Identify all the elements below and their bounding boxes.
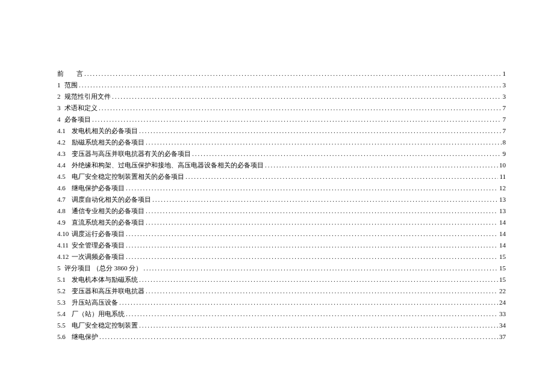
toc-entry-number: 5.6 (57, 333, 72, 340)
toc-entry-page: 24 (498, 299, 506, 306)
toc-entry-page: 1 (502, 70, 506, 77)
toc-leader-dots (152, 196, 498, 203)
toc-entry: 5.4厂（站）用电系统33 (57, 310, 506, 319)
toc-entry-number: 5.3 (57, 299, 72, 306)
toc-entry-label: 直流系统相关的必备项目 (72, 218, 146, 227)
toc-entry-number: 4.11 (57, 241, 72, 249)
toc-entry: 4.9直流系统相关的必备项目14 (57, 218, 506, 227)
toc-entry-label: 一次调频必备项目 (72, 252, 126, 261)
toc-leader-dots (99, 104, 502, 111)
toc-entry-label: 规范性引用文件 (64, 92, 112, 101)
toc-entry-page: 33 (498, 310, 506, 317)
toc-entry-number: 4 (57, 116, 64, 123)
toc-entry-page: 7 (502, 104, 506, 111)
toc-entry: 5.6继电保护37 (57, 332, 506, 341)
toc-entry: 4.6继电保护必备项目12 (57, 184, 506, 193)
toc-entry-page: 13 (498, 207, 506, 214)
toc-entry-number: 4.2 (57, 138, 72, 146)
toc-entry-label: 通信专业相关的必备项目 (72, 207, 146, 216)
toc-entry-page: 9 (502, 150, 506, 157)
toc-entry-number: 4.6 (57, 184, 72, 191)
toc-leader-dots (126, 184, 498, 191)
toc-entry-page: 3 (502, 81, 506, 89)
toc-entry-number: 4.9 (57, 219, 72, 226)
toc-entry-label: 安全管理必备项目 (72, 241, 126, 250)
toc-entry: 4.7调度自动化相关的必备项目13 (57, 195, 506, 204)
toc-entry: 4.10调度运行必备项目14 (57, 229, 506, 238)
toc-entry: 4.8通信专业相关的必备项目13 (57, 207, 506, 216)
toc-entry-label: 必备项目 (64, 115, 92, 124)
toc-entry-number: 4.10 (57, 230, 72, 237)
toc-entry-page: 12 (498, 184, 506, 191)
toc-entry-page: 10 (498, 161, 506, 169)
toc-leader-dots (112, 93, 502, 100)
toc-entry: 4.11安全管理必备项目14 (57, 241, 506, 250)
toc-entry-label: 电厂安全稳定控制装置相关的必备项目 (72, 172, 185, 181)
toc-entry: 5.3升压站高压设备24 (57, 298, 506, 307)
toc-entry-number: 5 (57, 264, 64, 272)
toc-entry-page: 14 (498, 219, 506, 226)
toc-entry-label: 评分项目 （总分 3860 分） (64, 264, 143, 273)
toc-leader-dots (265, 161, 498, 169)
toc-entry-page: 15 (498, 276, 506, 283)
toc-leader-dots (139, 127, 502, 134)
toc-entry: 4.2励磁系统相关的必备项目8 (57, 138, 506, 147)
toc-leader-dots (185, 173, 498, 180)
toc-leader-dots (146, 138, 502, 146)
toc-entry-page: 22 (498, 287, 506, 294)
toc-leader-dots (126, 253, 498, 260)
toc-entry-label: 升压站高压设备 (72, 298, 119, 307)
toc-entry-page: 34 (498, 322, 506, 329)
toc-leader-dots (126, 310, 498, 317)
toc-entry-number: 2 (57, 93, 64, 100)
toc-entry-page: 14 (498, 230, 506, 237)
toc-entry-number: 5.5 (57, 322, 72, 329)
toc-entry: 4.5电厂安全稳定控制装置相关的必备项目11 (57, 172, 506, 181)
toc-entry-page: 7 (502, 116, 506, 123)
toc-entry-number: 4.7 (57, 196, 72, 203)
toc-entry: 3术语和定义7 (57, 104, 506, 113)
toc-leader-dots (139, 322, 498, 329)
toc-leader-dots (146, 287, 498, 294)
toc-entry: 4 必备项目7 (57, 115, 506, 124)
toc-entry-page: 14 (498, 241, 506, 249)
toc-entry-number: 1 (57, 81, 64, 89)
toc-entry-page: 7 (502, 127, 506, 134)
toc-entry: 5.5 电厂安全稳定控制装置34 (57, 321, 506, 330)
table-of-contents: 前言11范围32规范性引用文件33术语和定义74 必备项目74.1发电机相关的必… (57, 69, 506, 341)
toc-leader-dots (146, 207, 498, 214)
toc-entry-label: 励磁系统相关的必备项目 (72, 138, 146, 147)
toc-entry-number: 5.4 (57, 310, 72, 317)
toc-entry: 5.1发电机本体与励磁系统15 (57, 275, 506, 284)
toc-entry-number: 4.8 (57, 207, 72, 214)
toc-entry: 4.12一次调频必备项目15 (57, 252, 506, 261)
toc-entry-label: 继电保护 (72, 332, 99, 341)
toc-entry-page: 8 (502, 138, 506, 146)
toc-entry-page: 37 (498, 333, 506, 340)
toc-entry-number: 前 (57, 69, 76, 78)
toc-leader-dots (139, 276, 498, 283)
toc-entry: 2规范性引用文件3 (57, 92, 506, 101)
toc-entry-page: 11 (498, 173, 506, 180)
toc-entry-page: 15 (498, 264, 506, 272)
toc-entry: 4.3变压器与高压并联电抗器有关的必备项目9 (57, 149, 506, 158)
toc-leader-dots (84, 70, 502, 77)
toc-entry-label: 外绝缘和构架、过电压保护和接地、高压电器设备相关的必备项目 (72, 161, 265, 170)
toc-leader-dots (119, 299, 498, 306)
toc-entry-number: 4.3 (57, 150, 72, 157)
toc-entry-number: 4.4 (57, 161, 72, 169)
toc-entry: 1范围3 (57, 81, 506, 90)
toc-leader-dots (99, 333, 498, 340)
toc-entry-label: 发电机本体与励磁系统 (72, 275, 139, 284)
toc-entry-label: 电厂安全稳定控制装置 (72, 321, 139, 330)
toc-entry-label: 范围 (64, 81, 79, 90)
toc-entry-label: 术语和定义 (64, 104, 99, 113)
toc-entry-page: 15 (498, 253, 506, 260)
toc-leader-dots (192, 150, 502, 157)
toc-entry-page: 13 (498, 196, 506, 203)
toc-entry-number: 4.1 (57, 127, 72, 134)
toc-leader-dots (79, 81, 502, 89)
toc-leader-dots (126, 230, 498, 237)
toc-entry-label: 言 (76, 69, 84, 78)
toc-entry-label: 变压器和高压并联电抗器 (72, 287, 146, 296)
